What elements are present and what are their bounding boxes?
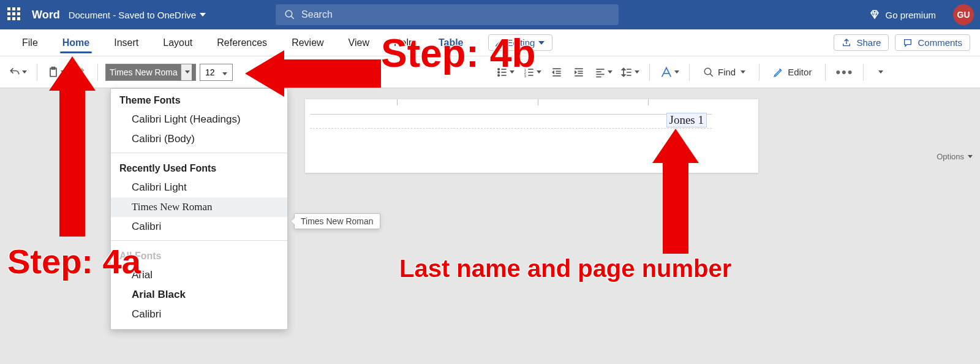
- title-bar: Word Document - Saved to OneDrive Search…: [0, 0, 980, 29]
- chevron-down-icon: [537, 70, 541, 74]
- chevron-down-icon: [222, 72, 227, 75]
- font-name-dropdown-arrow[interactable]: [181, 64, 192, 80]
- find-label: Find: [718, 67, 736, 77]
- font-option-calibri-light[interactable]: Calibri Light: [111, 178, 287, 197]
- share-icon: [842, 38, 851, 48]
- styles-button[interactable]: [657, 62, 682, 83]
- app-name: Word: [32, 9, 60, 21]
- font-option-calibri-body[interactable]: Calibri (Body): [111, 129, 287, 149]
- user-avatar[interactable]: GU: [953, 4, 974, 25]
- go-premium-button[interactable]: Go premium: [869, 9, 936, 20]
- chevron-down-icon: [968, 155, 973, 158]
- document-title[interactable]: Document - Saved to OneDrive: [69, 10, 206, 20]
- font-size-value: 12: [205, 67, 215, 77]
- editor-label: Editor: [788, 67, 812, 77]
- undo-icon: [9, 66, 21, 78]
- font-option-times-new-roman[interactable]: Times New Roman: [111, 197, 287, 217]
- tab-file[interactable]: File: [10, 29, 50, 56]
- tab-home[interactable]: Home: [50, 29, 102, 56]
- annotation-text-4b: Step: 4b: [381, 31, 535, 76]
- diamond-icon: [869, 9, 880, 20]
- tab-view[interactable]: View: [336, 29, 382, 56]
- comment-icon: [903, 38, 913, 48]
- comments-label: Comments: [918, 37, 962, 48]
- chevron-down-icon: [608, 70, 612, 74]
- svg-line-1: [291, 16, 294, 19]
- search-icon: [284, 9, 295, 20]
- ribbon-collapse-button[interactable]: [871, 62, 889, 83]
- chevron-down-icon: [635, 70, 639, 74]
- search-placeholder: Search: [301, 9, 333, 20]
- styles-icon: [660, 66, 673, 79]
- document-title-text: Document - Saved to OneDrive: [69, 10, 196, 20]
- font-size-combobox[interactable]: 12: [200, 64, 233, 81]
- chevron-down-icon: [185, 70, 190, 74]
- options-label: Options: [937, 152, 964, 161]
- header-text[interactable]: Jones 1: [666, 113, 707, 127]
- share-button[interactable]: Share: [834, 34, 889, 51]
- increase-indent-icon: [573, 66, 585, 78]
- align-icon: [594, 66, 606, 78]
- font-tooltip: Times New Roman: [294, 213, 380, 229]
- app-launcher-icon[interactable]: [6, 6, 23, 23]
- font-dropdown-panel: Theme Fonts Calibri Light (Headings) Cal…: [110, 88, 288, 330]
- more-options-button[interactable]: •••: [833, 62, 856, 83]
- svg-point-0: [285, 10, 292, 17]
- font-name-combobox[interactable]: Times New Roma: [105, 64, 196, 81]
- share-label: Share: [856, 37, 881, 48]
- decrease-indent-button[interactable]: [548, 62, 566, 83]
- chevron-down-icon: [538, 41, 545, 45]
- editor-button[interactable]: Editor: [767, 62, 818, 83]
- line-spacing-icon: [621, 66, 633, 78]
- svg-line-33: [710, 74, 713, 77]
- editor-icon: [773, 67, 784, 78]
- font-section-recent: Recently Used Fonts: [111, 157, 287, 178]
- align-button[interactable]: [592, 62, 615, 83]
- font-option-arial-black[interactable]: Arial Black: [111, 285, 287, 305]
- annotation-text-4a: Step: 4a: [7, 241, 141, 281]
- chevron-down-icon: [741, 70, 745, 74]
- undo-button[interactable]: [6, 62, 29, 83]
- svg-point-32: [704, 68, 711, 75]
- tab-review[interactable]: Review: [279, 29, 336, 56]
- chevron-down-icon: [200, 13, 206, 17]
- tab-layout[interactable]: Layout: [151, 29, 205, 56]
- comments-button[interactable]: Comments: [895, 34, 970, 51]
- font-option-calibri-light-headings[interactable]: Calibri Light (Headings): [111, 110, 287, 129]
- chevron-down-icon: [22, 70, 27, 74]
- search-icon: [703, 67, 714, 78]
- annotation-text-lastname: Last name and page number: [399, 255, 731, 282]
- chevron-down-icon: [878, 70, 883, 74]
- header-editing-area[interactable]: [310, 114, 712, 129]
- go-premium-label: Go premium: [885, 10, 936, 20]
- font-option-calibri[interactable]: Calibri: [111, 217, 287, 237]
- find-button[interactable]: Find: [697, 62, 752, 83]
- decrease-indent-icon: [551, 66, 563, 78]
- ellipsis-icon: •••: [835, 64, 853, 80]
- line-spacing-button[interactable]: [619, 62, 642, 83]
- chevron-down-icon: [674, 70, 679, 74]
- header-options-button[interactable]: Options: [937, 152, 973, 161]
- search-input[interactable]: Search: [276, 4, 619, 25]
- increase-indent-button[interactable]: [570, 62, 588, 83]
- font-option-calibri-all[interactable]: Calibri: [111, 305, 287, 324]
- font-name-value: Times New Roma: [110, 67, 178, 77]
- tab-insert[interactable]: Insert: [102, 29, 151, 56]
